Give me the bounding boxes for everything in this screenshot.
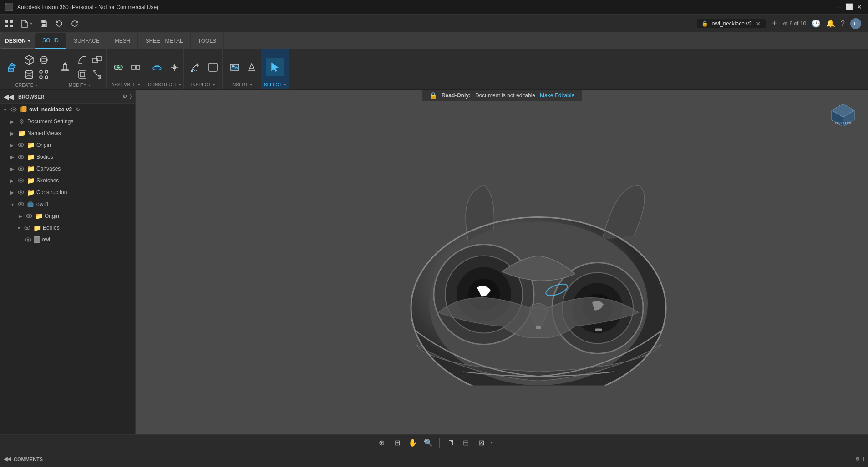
- tree-item-owl-body[interactable]: owl: [0, 234, 135, 246]
- select-icon[interactable]: [266, 58, 284, 76]
- close-button[interactable]: ✕: [855, 3, 863, 11]
- svg-rect-33: [22, 106, 26, 112]
- user-avatar[interactable]: U: [850, 18, 861, 29]
- new-file-button[interactable]: ▾: [18, 17, 35, 30]
- bodies-folder-icon: 📁: [26, 153, 35, 161]
- zoom-icon[interactable]: 🔍: [422, 437, 435, 449]
- modify-fillet-icon[interactable]: [76, 54, 89, 66]
- look-at-icon[interactable]: ✋: [406, 437, 419, 449]
- redo-button[interactable]: [68, 17, 81, 30]
- insert-caret[interactable]: ▾: [250, 83, 252, 87]
- tree-item-root[interactable]: ▾ owl_necklace v2 ↻: [0, 104, 135, 115]
- display-mode-icon[interactable]: 🖥: [444, 437, 457, 449]
- create-label: CREATE: [15, 83, 34, 88]
- svg-rect-5: [42, 21, 45, 23]
- tab-solid[interactable]: SOLID: [35, 33, 66, 49]
- create-pattern-icon[interactable]: [37, 68, 50, 81]
- sketches-folder-icon: 📁: [26, 176, 35, 185]
- create-group: CREATE ▾: [0, 49, 53, 89]
- orbit-icon[interactable]: ⊕: [376, 437, 388, 449]
- tree-item-named-views[interactable]: ▶ 📁 Named Views: [0, 127, 135, 139]
- inspect-measure-icon[interactable]: [187, 58, 205, 76]
- tab-mesh[interactable]: MESH: [107, 33, 138, 49]
- browser-collapse-button[interactable]: ◀◀: [4, 93, 14, 100]
- create-caret[interactable]: ▾: [36, 83, 37, 87]
- svg-point-8: [25, 76, 33, 79]
- construct-plane-icon[interactable]: [148, 58, 166, 76]
- tree-item-owl-origin[interactable]: ▶ 📁 Origin: [0, 210, 135, 222]
- select-caret[interactable]: ▾: [284, 83, 286, 87]
- construction-folder-icon: 📁: [26, 188, 35, 196]
- save-button[interactable]: [37, 17, 51, 30]
- create-extrude-icon[interactable]: [3, 58, 21, 76]
- file-tab-label: owl_necklace v2: [712, 20, 752, 27]
- maximize-button[interactable]: ⬜: [845, 3, 853, 11]
- tree-label-owl-origin: Origin: [45, 213, 59, 219]
- construct-group: CONSTRUCT ▾: [145, 49, 184, 89]
- create-sphere-icon[interactable]: [37, 54, 50, 66]
- browser-expand-icon[interactable]: ⟩: [130, 94, 132, 100]
- app-grid-button[interactable]: [2, 17, 16, 30]
- svg-point-35: [20, 144, 22, 146]
- svg-rect-21: [132, 65, 135, 69]
- tree-item-owl-bodies[interactable]: ▾ 📁 Bodies: [0, 222, 135, 234]
- title-bar: ⬛ Autodesk Fusion 360 (Personal - Not fo…: [0, 0, 868, 15]
- help-button[interactable]: ?: [841, 20, 845, 28]
- inspect-section-icon[interactable]: [207, 61, 219, 74]
- create-cylinder-icon[interactable]: [23, 68, 36, 81]
- design-button[interactable]: DESIGN ▾: [0, 33, 35, 49]
- folder-icon: 📁: [17, 129, 25, 137]
- tree-item-sketches[interactable]: ▶ 📁 Sketches: [0, 175, 135, 186]
- construct-caret[interactable]: ▾: [179, 83, 181, 87]
- insert-decal-icon[interactable]: [245, 61, 258, 74]
- tree-label-origin: Origin: [36, 142, 51, 148]
- refresh-icon[interactable]: ↻: [76, 106, 80, 113]
- tree-item-construction[interactable]: ▶ 📁 Construction: [0, 186, 135, 198]
- tree-label-root: owl_necklace v2: [29, 106, 72, 113]
- insert-canvas-icon[interactable]: [225, 58, 244, 76]
- add-tab-button[interactable]: +: [772, 19, 777, 28]
- tab-sheet-metal[interactable]: SHEET METAL: [138, 33, 190, 49]
- make-editable-button[interactable]: Make Editable: [540, 92, 574, 99]
- comments-expand-icon[interactable]: ⟩: [863, 456, 864, 462]
- inspect-caret[interactable]: ▾: [213, 83, 215, 87]
- tree-item-canvases[interactable]: ▶ 📁 Canvases: [0, 163, 135, 175]
- modify-caret[interactable]: ▾: [89, 83, 91, 87]
- tree-item-owl-component[interactable]: ▾ owl:1: [0, 198, 135, 210]
- viewport-cube[interactable]: BOTTOM: [827, 99, 859, 131]
- view-options-caret[interactable]: ▾: [491, 440, 493, 445]
- notifications-button[interactable]: 🔔: [826, 19, 835, 28]
- svg-rect-1: [10, 20, 13, 23]
- recent-files-button[interactable]: 🕐: [812, 19, 821, 28]
- tree-item-bodies[interactable]: ▶ 📁 Bodies: [0, 151, 135, 163]
- lock-icon: 🔒: [429, 92, 437, 99]
- comments-settings-icon[interactable]: ⚙: [855, 456, 860, 462]
- grid-icon[interactable]: ⊟: [460, 437, 472, 449]
- browser-settings-icon[interactable]: ⚙: [122, 94, 127, 100]
- viewport[interactable]: 🔒 Read-Only: Document is not editable Ma…: [136, 90, 868, 434]
- component-icon: [26, 200, 35, 208]
- tree-item-origin[interactable]: ▶ 📁 Origin: [0, 139, 135, 151]
- pan-icon[interactable]: ⊞: [391, 437, 404, 449]
- svg-rect-28: [230, 64, 239, 70]
- modify-combine-icon[interactable]: [91, 54, 103, 66]
- assemble-group: ASSEMBLE ▾: [107, 49, 145, 89]
- modify-presspull-icon[interactable]: [56, 58, 74, 76]
- tree-label-doc-settings: Document Settings: [27, 118, 73, 125]
- file-tab-close[interactable]: ✕: [756, 20, 761, 27]
- assemble-rigid-icon[interactable]: [129, 61, 142, 74]
- construct-axis-icon[interactable]: [168, 61, 181, 74]
- tab-surface[interactable]: SURFACE: [66, 33, 107, 49]
- modify-scale-icon[interactable]: [91, 68, 103, 81]
- assemble-joint-icon[interactable]: [109, 58, 127, 76]
- undo-button[interactable]: [52, 17, 66, 30]
- owl-3d-viewport: [379, 149, 698, 385]
- minimize-button[interactable]: ─: [834, 3, 843, 11]
- assemble-caret[interactable]: ▾: [138, 83, 140, 87]
- tree-item-doc-settings[interactable]: ▶ ⚙ Document Settings: [0, 115, 135, 127]
- create-box-icon[interactable]: [23, 54, 36, 66]
- modify-shell-icon[interactable]: [76, 68, 89, 81]
- tab-tools[interactable]: TOOLS: [191, 33, 224, 49]
- view-options-icon[interactable]: ⊠: [475, 437, 488, 449]
- comments-collapse-button[interactable]: ◀◀: [4, 456, 11, 462]
